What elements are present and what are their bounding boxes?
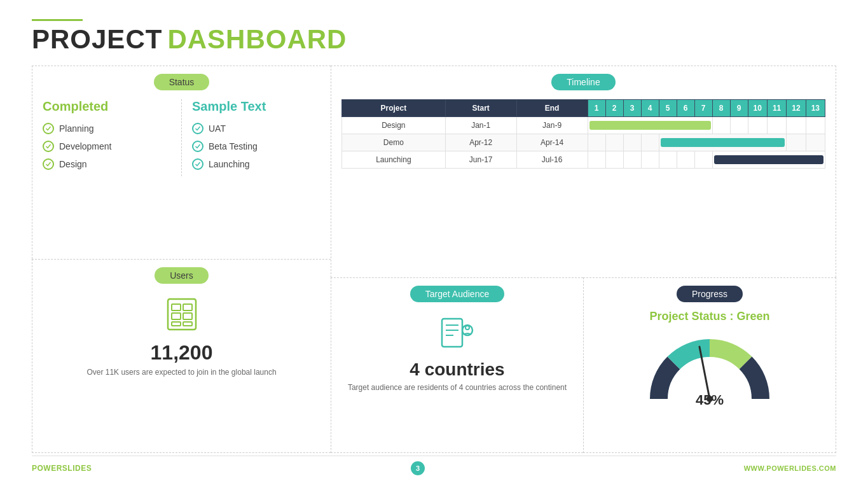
left-panel: Status Completed Planning bbox=[32, 66, 331, 453]
svg-rect-7 bbox=[442, 319, 462, 347]
gantt-project-name: Demo bbox=[342, 134, 446, 151]
gantt-bar-demo bbox=[659, 134, 787, 151]
footer-brand: POWERSLIDES bbox=[32, 464, 92, 473]
col-num-1: 1 bbox=[588, 100, 605, 117]
gantt-empty bbox=[694, 151, 712, 169]
users-content: 11,200 Over 11K users are expected to jo… bbox=[43, 294, 320, 378]
col-num-8: 8 bbox=[712, 100, 730, 117]
footer-page-number: 3 bbox=[411, 461, 425, 475]
svg-rect-2 bbox=[183, 304, 192, 310]
timeline-header: Timeline bbox=[341, 74, 825, 90]
status-label-development: Development bbox=[59, 141, 112, 151]
status-header: Status bbox=[43, 74, 320, 90]
gantt-empty bbox=[588, 134, 605, 151]
status-value: Green bbox=[737, 310, 770, 323]
target-badge: Target Audience bbox=[410, 286, 504, 302]
page-title: PROJECTDASHBOARD bbox=[32, 25, 836, 54]
users-header: Users bbox=[43, 267, 320, 284]
status-badge: Status bbox=[154, 74, 210, 90]
check-icon-betatesting bbox=[192, 141, 203, 152]
bottom-right: Target Audience 4 co bbox=[331, 277, 836, 453]
status-label-uat: UAT bbox=[209, 123, 226, 134]
gantt-end: Jul-16 bbox=[516, 151, 588, 169]
col-num-6: 6 bbox=[677, 100, 694, 117]
gantt-start: Jan-1 bbox=[445, 117, 516, 134]
gantt-empty bbox=[623, 151, 641, 169]
gantt-header-row: Project Start End 1 2 3 4 5 6 7 8 9 bbox=[342, 100, 825, 117]
col-num-12: 12 bbox=[787, 100, 806, 117]
gantt-bar-launching bbox=[712, 151, 825, 169]
status-text: Project Status : bbox=[649, 310, 736, 323]
footer-brand-bold: POWER bbox=[32, 464, 62, 473]
status-label-design: Design bbox=[59, 159, 87, 169]
status-columns: Completed Planning Development bbox=[43, 99, 320, 176]
project-status-label: Project Status : Green bbox=[649, 310, 769, 323]
users-section: Users 11,200 Over 11K use bbox=[32, 259, 331, 453]
gantt-row-launching: Launching Jun-17 Jul-16 bbox=[342, 151, 825, 169]
status-label-launching: Launching bbox=[209, 159, 250, 169]
check-icon-uat bbox=[192, 123, 203, 134]
progress-section: Progress Project Status : Green bbox=[583, 277, 836, 453]
target-description: Target audience are residents of 4 count… bbox=[348, 382, 567, 393]
svg-rect-6 bbox=[183, 322, 192, 326]
header-accent-line bbox=[32, 19, 83, 21]
col-num-4: 4 bbox=[641, 100, 659, 117]
main-content: Status Completed Planning bbox=[32, 66, 836, 453]
col-header-start: Start bbox=[445, 100, 516, 117]
gantt-empty bbox=[677, 151, 694, 169]
gantt-row-design: Design Jan-1 Jan-9 bbox=[342, 117, 825, 134]
svg-rect-1 bbox=[172, 304, 181, 310]
gantt-empty bbox=[605, 134, 623, 151]
col-num-10: 10 bbox=[748, 100, 767, 117]
gauge-percent: 45% bbox=[696, 392, 724, 408]
gantt-empty bbox=[623, 134, 641, 151]
gantt-start: Apr-12 bbox=[445, 134, 516, 151]
users-badge: Users bbox=[155, 267, 209, 284]
gantt-end: Jan-9 bbox=[516, 117, 588, 134]
users-icon bbox=[162, 294, 202, 335]
target-section: Target Audience 4 co bbox=[331, 277, 583, 453]
svg-point-12 bbox=[465, 326, 469, 330]
gantt-empty bbox=[641, 151, 659, 169]
svg-rect-3 bbox=[172, 313, 181, 319]
check-icon-planning bbox=[43, 123, 54, 134]
col-header-end: End bbox=[516, 100, 588, 117]
check-icon-development bbox=[43, 141, 54, 152]
col-num-3: 3 bbox=[623, 100, 641, 117]
gauge-container: 45% bbox=[646, 332, 773, 402]
sample-text-title: Sample Text bbox=[192, 99, 320, 114]
svg-rect-5 bbox=[172, 322, 181, 326]
col-num-5: 5 bbox=[659, 100, 677, 117]
col-num-9: 9 bbox=[730, 100, 748, 117]
slide: PROJECTDASHBOARD Status Completed bbox=[0, 0, 868, 488]
right-panel: Timeline Project Start End 1 2 3 4 5 bbox=[331, 66, 836, 453]
gantt-empty bbox=[641, 134, 659, 151]
gantt-empty bbox=[712, 117, 730, 134]
gantt-project-name: Launching bbox=[342, 151, 446, 169]
gantt-bar-design bbox=[588, 117, 712, 134]
gantt-empty bbox=[659, 151, 677, 169]
status-section: Status Completed Planning bbox=[32, 66, 331, 259]
gantt-row-demo: Demo Apr-12 Apr-14 bbox=[342, 134, 825, 151]
timeline-section: Timeline Project Start End 1 2 3 4 5 bbox=[331, 66, 836, 277]
status-item: Design bbox=[43, 158, 171, 170]
gantt-empty bbox=[605, 151, 623, 169]
check-icon-design bbox=[43, 158, 54, 170]
gantt-project-name: Design bbox=[342, 117, 446, 134]
status-label-betatesting: Beta Testing bbox=[209, 141, 258, 151]
gantt-empty bbox=[588, 151, 605, 169]
footer-brand-regular: SLIDES bbox=[62, 464, 92, 473]
status-item: Launching bbox=[192, 158, 320, 170]
target-count: 4 countries bbox=[410, 359, 504, 380]
progress-header: Progress bbox=[677, 286, 743, 302]
gantt-empty bbox=[748, 117, 767, 134]
col-num-13: 13 bbox=[806, 100, 825, 117]
gantt-table: Project Start End 1 2 3 4 5 6 7 8 9 bbox=[341, 99, 825, 169]
status-item: Beta Testing bbox=[192, 141, 320, 152]
status-label-planning: Planning bbox=[59, 123, 94, 134]
gantt-empty bbox=[806, 117, 825, 134]
target-header: Target Audience bbox=[410, 286, 504, 302]
users-description: Over 11K users are expected to join in t… bbox=[86, 367, 276, 378]
progress-badge: Progress bbox=[677, 286, 743, 302]
status-item: UAT bbox=[192, 123, 320, 134]
